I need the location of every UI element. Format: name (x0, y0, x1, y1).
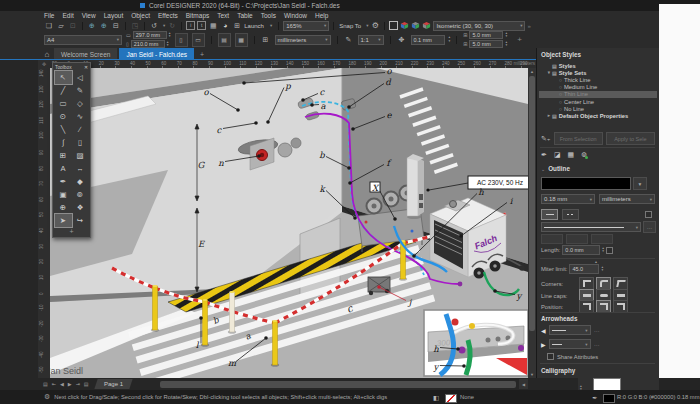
length-checkbox[interactable] (606, 247, 613, 254)
duplicate-y-field[interactable]: 5.0 mm (469, 40, 503, 48)
launch-dropdown-arrow[interactable]: ▾ (268, 23, 272, 28)
menu-bitmaps[interactable]: Bitmaps (182, 12, 213, 19)
connector-tool-icon[interactable]: ∕ (72, 123, 89, 136)
page-border-icon[interactable] (389, 21, 398, 30)
horizontal-scroll-thumb[interactable] (160, 381, 516, 388)
first-page-icon[interactable]: ⇤ (51, 381, 57, 387)
projection-top-icon[interactable] (400, 21, 409, 30)
tree-item-center-line[interactable]: ○Center Line (539, 98, 657, 105)
menu-tools[interactable]: Tools (257, 12, 280, 19)
options-gear-icon[interactable]: ⚙ (370, 21, 380, 30)
line-style-dash-button[interactable] (562, 209, 579, 220)
projection-combo[interactable]: Isometric (30, 90, 30)▾ (433, 21, 525, 31)
shape-edit-tool-icon[interactable]: ◁ (72, 71, 89, 84)
fill-icon[interactable]: ◪ (554, 151, 561, 159)
tree-item-style-sets[interactable]: ▾▤Style Sets (539, 69, 657, 76)
menu-window[interactable]: Window (280, 12, 311, 19)
pick-alt-tool-icon[interactable]: ➤ (55, 214, 72, 227)
menu-help[interactable]: Help (311, 12, 332, 19)
line-style-checkbox[interactable] (645, 211, 652, 218)
page-tab[interactable]: Page 1 (94, 379, 132, 389)
outline-tool-icon[interactable]: ⊚ (72, 188, 89, 201)
tree-item-styles[interactable]: ▤Styles (539, 62, 657, 69)
menu-view[interactable]: View (78, 12, 100, 19)
duplicate-y-spinner[interactable]: ▴▾ (505, 41, 507, 48)
share-attributes-checkbox[interactable] (547, 353, 554, 360)
drawing-scale-combo[interactable]: 1:1▾ (358, 35, 384, 45)
outline-width-combo[interactable]: 0.18 mm▾ (541, 194, 595, 204)
save-icon[interactable]: ⊡ (68, 21, 78, 30)
undo-dropdown-arrow[interactable]: ▾ (161, 23, 165, 28)
outline-units-combo[interactable]: millimeters▾ (599, 194, 655, 204)
menu-table[interactable]: Table (233, 12, 257, 19)
page-height-field[interactable]: 210.0 mm (131, 40, 165, 48)
menu-object[interactable]: Object (127, 12, 154, 19)
snap-to-button[interactable]: Snap To (338, 23, 362, 29)
page-width-field[interactable]: 297.0 mm (133, 31, 167, 39)
length-spinner[interactable]: ▴▾ (602, 247, 604, 254)
text-info-icon[interactable]: t (197, 21, 206, 30)
ellipse-tool-icon[interactable]: ⊙ (55, 110, 72, 123)
last-page-icon[interactable]: ⇥ (75, 381, 81, 387)
drawing-scale-icon[interactable]: ✎ (344, 35, 354, 44)
arrowhead-end-combo[interactable]: ▾ (549, 339, 591, 349)
snap-dropdown-arrow[interactable]: ▾ (364, 23, 368, 28)
outline-collapse-icon[interactable]: ⌄ (541, 166, 545, 172)
apply-to-selected-button[interactable]: Apply to Sele (606, 132, 655, 145)
duplicate-x-field[interactable]: 5.0 mm (469, 31, 503, 39)
line-tool-icon[interactable]: ╲ (55, 123, 72, 136)
vertical-scroll-thumb[interactable] (529, 76, 535, 331)
fill-tool-icon[interactable]: ▣ (55, 188, 72, 201)
add-toolbar-item-button[interactable]: + (517, 35, 522, 44)
tree-item-default-object-properties[interactable]: ▸▤Default Object Properties (539, 112, 657, 119)
hscroll-left-button[interactable]: ◀ (519, 379, 528, 389)
copy-icon[interactable]: ◳ (130, 21, 140, 30)
tree-item-thick-line[interactable]: ○Thick Line (539, 76, 657, 83)
drawing-canvas[interactable]: Falch AC 230V, 50 Hz 300 (50, 68, 528, 378)
menu-text[interactable]: Text (213, 12, 233, 19)
vertical-ruler[interactable]: 1401301201101009080706050403020100-10-20… (38, 68, 50, 378)
undo-icon[interactable]: ↺ (149, 21, 159, 30)
freehand-tool-icon[interactable]: ✎ (72, 84, 89, 97)
projection-front-icon[interactable] (411, 21, 420, 30)
dimension-tool-icon[interactable]: ↔ (72, 162, 89, 175)
ruler-origin-button[interactable]: ✥ (38, 60, 50, 68)
line-style-more-button[interactable]: … (643, 221, 656, 233)
next-page-icon[interactable]: ▶ (67, 381, 73, 387)
knife-tool-icon[interactable]: ╱ (55, 84, 72, 97)
redo-icon[interactable]: ↻ (167, 21, 177, 30)
toolbox-add-button[interactable]: + (53, 227, 90, 237)
miter-spinner[interactable]: ▴▾ (601, 266, 603, 273)
menu-effects[interactable]: Effects (154, 12, 182, 19)
fill-none-swatch[interactable] (445, 394, 457, 403)
menu-file[interactable]: File (40, 12, 58, 19)
zoom-level-combo[interactable]: 165%▾ (283, 21, 329, 31)
home-icon[interactable]: ⌂ (42, 50, 52, 59)
horizontal-ruler[interactable]: 5001020304050607080901001101201301401501… (50, 60, 536, 68)
projection-right-icon[interactable] (422, 21, 431, 30)
page-flip-icon[interactable]: ▤ (42, 381, 49, 387)
stitch-option-1[interactable] (541, 234, 563, 244)
app-launcher-icon[interactable]: ⊞ (232, 21, 242, 30)
outline-icon[interactable]: ⊚ (581, 151, 587, 159)
prev-page-icon[interactable]: ◀ (59, 381, 65, 387)
all-pages-button[interactable]: ▤ (218, 33, 231, 47)
open-icon[interactable]: ▱ (56, 21, 66, 30)
from-selection-button[interactable]: From Selection (554, 132, 603, 145)
outline-color-swatch[interactable] (541, 177, 631, 190)
line-style-combo[interactable]: ▾ (541, 222, 641, 232)
info-icon[interactable]: i (186, 21, 195, 30)
current-page-button[interactable]: ▦ (235, 33, 248, 47)
transparency-icon[interactable]: ▦ (568, 151, 575, 159)
eraser-tool-icon[interactable]: ▯ (72, 136, 89, 149)
duplicate-x-spinner[interactable]: ▴▾ (505, 32, 507, 39)
scroll-up-arrow[interactable]: ▲ (528, 69, 536, 74)
page-height-spinner[interactable]: ▴▾ (167, 41, 169, 48)
new-document-tab-button[interactable]: + (196, 51, 208, 58)
brush-icon[interactable]: ✒ (541, 151, 547, 159)
import-icon[interactable]: ⊕ (87, 21, 97, 30)
spiral-tool-icon[interactable]: ∿ (72, 110, 89, 123)
arrowhead-start-combo[interactable]: ▾ (549, 325, 591, 335)
scroll-down-arrow[interactable]: ▼ (528, 372, 536, 377)
page-width-spinner[interactable]: ▴▾ (169, 32, 171, 39)
